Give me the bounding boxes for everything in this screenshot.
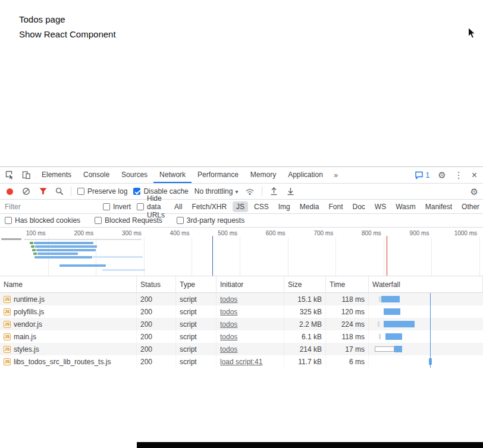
table-row[interactable]: JSpolyfills.js200scripttodos325 kB120 ms — [0, 305, 483, 318]
timeline-tick-label: 500 ms — [218, 230, 240, 236]
overview-request-bar — [93, 256, 143, 258]
preserve-log-checkbox[interactable]: Preserve log — [77, 187, 127, 195]
name-cell[interactable]: JSmain.js — [0, 330, 137, 343]
checkbox-3rd-party-requests[interactable]: 3rd-party requests — [177, 216, 244, 225]
request-name: vendor.js — [14, 320, 42, 329]
request-name: libs_todos_src_lib_routes_ts.js — [14, 358, 111, 366]
time-cell: 6 ms — [326, 355, 369, 368]
invert-checkbox[interactable]: Invert — [103, 203, 131, 211]
settings-gear-icon[interactable]: ⚙ — [438, 171, 446, 179]
type-cell: script — [176, 355, 217, 368]
tab-sources[interactable]: Sources — [115, 167, 153, 183]
checkbox-has-blocked-cookies[interactable]: Has blocked cookies — [5, 216, 80, 225]
export-har-icon[interactable] — [285, 186, 296, 197]
tab-console[interactable]: Console — [77, 167, 115, 183]
checkbox-box[interactable] — [95, 217, 102, 224]
filter-type-ws[interactable]: WS — [371, 201, 390, 212]
checkbox-box[interactable] — [103, 203, 110, 210]
chevron-down-icon: ▾ — [235, 188, 238, 195]
name-cell[interactable]: JSruntime.js — [0, 293, 137, 305]
resource-type-filters: AllFetch/XHRJSCSSImgMediaFontDocWSWasmMa… — [171, 201, 483, 212]
checkbox-box[interactable] — [133, 188, 140, 195]
column-header-status[interactable]: Status — [137, 276, 176, 292]
initiator-cell: todos — [217, 293, 284, 305]
column-header-initiator[interactable]: Initiator — [217, 276, 284, 292]
inspect-element-icon[interactable] — [2, 168, 17, 182]
issues-button[interactable]: 1 — [415, 171, 430, 179]
device-toolbar-icon[interactable] — [19, 168, 33, 182]
timeline-gridline — [479, 237, 480, 276]
checkbox-box[interactable] — [5, 217, 12, 224]
search-icon[interactable] — [54, 186, 65, 197]
initiator-link[interactable]: todos — [220, 295, 237, 304]
more-options-icon[interactable]: ⋮ — [454, 171, 463, 179]
filter-type-fetch-xhr[interactable]: Fetch/XHR — [188, 201, 230, 212]
filter-type-js[interactable]: JS — [233, 201, 248, 212]
filter-type-wasm[interactable]: Wasm — [392, 201, 419, 212]
waterfall-cell — [369, 293, 483, 305]
filter-type-other[interactable]: Other — [458, 201, 483, 212]
hide-data-urls-checkbox[interactable]: Hide data URLs — [137, 194, 165, 219]
time-cell: 120 ms — [326, 305, 369, 318]
initiator-link[interactable]: todos — [220, 333, 237, 341]
tab-network[interactable]: Network — [153, 167, 192, 183]
table-row[interactable]: JSlibs_todos_src_lib_routes_ts.js200scri… — [0, 355, 483, 368]
throttling-select[interactable]: No throttling ▾ — [195, 187, 239, 195]
filter-type-media[interactable]: Media — [296, 201, 323, 212]
separator — [71, 187, 71, 196]
filter-type-css[interactable]: CSS — [250, 201, 272, 212]
column-header-waterfall[interactable]: Waterfall — [369, 276, 483, 292]
checkbox-box[interactable] — [77, 188, 84, 195]
column-header-type[interactable]: Type — [176, 276, 217, 292]
filter-type-all[interactable]: All — [171, 201, 186, 212]
overview-request-bar — [37, 253, 78, 255]
message-bubble-icon — [415, 171, 424, 179]
more-tabs-chevron[interactable]: » — [329, 171, 343, 179]
table-row[interactable]: JSruntime.js200scripttodos15.1 kB118 ms — [0, 293, 483, 305]
record-network-log-button[interactable] — [7, 188, 13, 195]
table-row[interactable]: JSvendor.js200scripttodos2.2 MB224 ms — [0, 318, 483, 330]
filter-type-img[interactable]: Img — [275, 201, 294, 212]
name-cell[interactable]: JSpolyfills.js — [0, 305, 137, 318]
column-header-time[interactable]: Time — [326, 276, 369, 292]
overview-request-bar — [24, 239, 142, 240]
table-row[interactable]: JSmain.js200scripttodos6.1 kB118 ms — [0, 330, 483, 343]
column-header-size[interactable]: Size — [284, 276, 326, 292]
tab-performance[interactable]: Performance — [192, 167, 244, 183]
waterfall-cell — [369, 318, 483, 330]
status-cell: 200 — [137, 305, 176, 318]
column-header-name[interactable]: Name — [0, 276, 137, 292]
import-har-icon[interactable] — [268, 186, 279, 197]
filter-funnel-icon[interactable] — [37, 186, 48, 197]
tab-elements[interactable]: Elements — [36, 167, 77, 183]
network-conditions-icon[interactable] — [244, 186, 256, 197]
clear-network-log-icon[interactable] — [21, 186, 32, 197]
show-react-component-link[interactable]: Show React Component — [19, 29, 116, 39]
table-row[interactable]: JSstyles.js200scripttodos214 kB17 ms — [0, 343, 483, 355]
initiator-link[interactable]: todos — [220, 320, 237, 329]
tab-memory[interactable]: Memory — [244, 167, 282, 183]
filter-input[interactable] — [5, 203, 97, 211]
tab-application[interactable]: Application — [282, 167, 329, 183]
network-settings-gear-icon[interactable]: ⚙ — [471, 187, 478, 196]
size-cell: 11.7 kB — [284, 355, 326, 368]
name-cell[interactable]: JSlibs_todos_src_lib_routes_ts.js — [0, 355, 137, 368]
invert-label: Invert — [113, 203, 131, 211]
initiator-link[interactable]: load script:41 — [220, 358, 262, 366]
close-devtools-icon[interactable]: × — [472, 171, 477, 180]
initiator-link[interactable]: todos — [220, 345, 237, 354]
filter-type-font[interactable]: Font — [325, 201, 346, 212]
filter-type-manifest[interactable]: Manifest — [422, 201, 456, 212]
js-file-icon: JS — [4, 333, 11, 340]
timeline-tick-label: 600 ms — [266, 230, 288, 236]
name-cell[interactable]: JSvendor.js — [0, 318, 137, 330]
name-cell[interactable]: JSstyles.js — [0, 343, 137, 355]
checkbox-blocked-requests[interactable]: Blocked Requests — [95, 216, 162, 225]
page-title: Todos page — [19, 14, 65, 24]
filter-type-doc[interactable]: Doc — [349, 201, 368, 212]
network-toolbar: Preserve log Disable cache No throttling… — [0, 184, 483, 200]
checkbox-box[interactable] — [137, 203, 144, 210]
initiator-link[interactable]: todos — [220, 308, 237, 316]
checkbox-box[interactable] — [177, 217, 184, 224]
overview-band[interactable]: 100 ms200 ms300 ms400 ms500 ms600 ms700 … — [0, 228, 483, 276]
